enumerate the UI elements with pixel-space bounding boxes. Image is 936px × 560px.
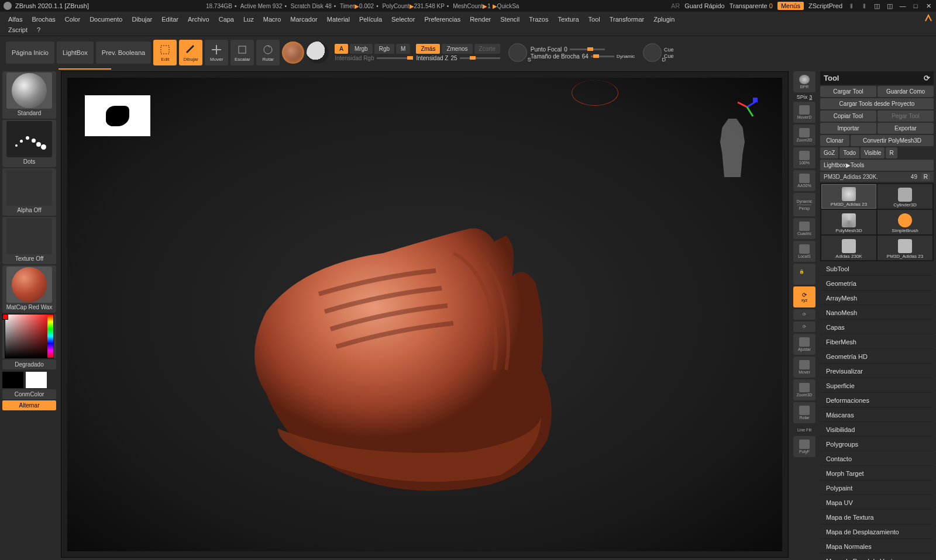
frame-button[interactable]: Ajustar xyxy=(793,334,815,355)
ui-layout1-icon[interactable]: ⦀ xyxy=(847,2,855,10)
refresh-icon[interactable]: ⟳ xyxy=(924,74,930,82)
rgb-mode[interactable]: Rgb xyxy=(374,44,394,54)
rollout-visibility[interactable]: Visibilidad xyxy=(820,423,934,437)
rollout-nanomesh[interactable]: NanoMesh xyxy=(820,306,934,320)
menu-luz[interactable]: Luz xyxy=(239,14,259,25)
zsub-mode[interactable]: Zmenos xyxy=(442,44,472,54)
sculptris-button[interactable] xyxy=(307,42,329,64)
rotate3d-button[interactable]: Rotar xyxy=(793,402,815,423)
gizmo-button[interactable] xyxy=(282,42,304,64)
menu-zplugin[interactable]: Zplugin xyxy=(649,14,679,25)
saveas-button[interactable]: Guardar Como xyxy=(878,86,934,97)
canvas[interactable] xyxy=(61,71,789,558)
rollout-deformation[interactable]: Deformaciones xyxy=(820,394,934,407)
swatch-black[interactable] xyxy=(2,372,23,388)
focal-knob[interactable]: S xyxy=(508,43,527,62)
ui-layout2-icon[interactable]: ⦀ xyxy=(860,2,868,10)
lightbox-button[interactable]: LightBox xyxy=(57,42,94,64)
goz-button[interactable]: GoZ xyxy=(820,147,838,158)
menu-selector[interactable]: Selector xyxy=(387,14,419,25)
close-icon[interactable]: ✕ xyxy=(924,2,932,10)
rollout-morphtarget[interactable]: Morph Target xyxy=(820,467,934,481)
swatch-white[interactable] xyxy=(26,372,47,388)
load-tool-button[interactable]: Cargar Tool xyxy=(820,86,876,97)
zoom2d-button[interactable]: Zoom2D xyxy=(793,125,815,146)
rollout-fibermesh[interactable]: FiberMesh xyxy=(820,336,934,349)
linefill-button[interactable]: Line Fill xyxy=(793,425,815,434)
focal-slider[interactable] xyxy=(570,49,605,50)
rotate-button[interactable]: Rotar xyxy=(256,40,280,65)
zoom3d-button[interactable]: Zoom3D xyxy=(793,379,815,400)
zadd-mode[interactable]: Zmás xyxy=(416,44,440,54)
texture-selector[interactable]: Texture Off xyxy=(2,217,56,264)
alternate-button[interactable]: Alternar xyxy=(2,400,56,410)
tool-item-4[interactable]: Adidas 230K xyxy=(821,236,876,260)
all-button[interactable]: Todo xyxy=(839,147,859,158)
move3d-button[interactable]: Mover xyxy=(793,357,815,378)
rollout-vectordispmap[interactable]: Mapa de Despl de Vector xyxy=(820,555,934,560)
mrgb-mode[interactable]: Mrgb xyxy=(350,44,373,54)
a-mode[interactable]: A xyxy=(335,44,348,54)
tool-r-button[interactable]: R xyxy=(921,173,930,181)
scale-button[interactable]: Escalar xyxy=(230,40,254,65)
rollout-preview[interactable]: Previsualizar xyxy=(820,365,934,378)
rollout-geometry[interactable]: Geometría xyxy=(820,277,934,291)
gradient-button[interactable]: Degradado xyxy=(2,359,56,369)
menu-tool[interactable]: Tool xyxy=(584,14,605,25)
menu-help[interactable]: ? xyxy=(32,25,45,35)
menu-macro[interactable]: Macro xyxy=(259,14,286,25)
ui-dock-icon[interactable]: ◫ xyxy=(873,2,881,10)
brushsize-slider[interactable] xyxy=(591,56,614,57)
menu-textura[interactable]: Textura xyxy=(553,14,583,25)
alpha-selector[interactable]: Alpha Off xyxy=(2,168,56,216)
tool-item-3[interactable]: SimpleBrush xyxy=(878,210,932,234)
copy-tool-button[interactable]: Copiar Tool xyxy=(820,110,876,122)
menu-preferencias[interactable]: Preferencias xyxy=(419,14,465,25)
move-button[interactable]: Mover xyxy=(205,40,228,65)
floor-button[interactable]: Cuadric xyxy=(793,218,815,239)
rollout-texturemap[interactable]: Mapa de Textura xyxy=(820,511,934,524)
polyframe-button[interactable]: PolyF xyxy=(793,436,815,457)
lock-button[interactable]: 🔒 xyxy=(793,264,815,285)
home-button[interactable]: Página Inicio xyxy=(6,42,54,64)
spix-control[interactable]: SPix3 xyxy=(797,94,813,100)
dynamic-label[interactable]: Dynamic xyxy=(617,54,635,59)
stroke-selector[interactable]: Dots xyxy=(2,120,56,167)
menu-transformar[interactable]: Transformar xyxy=(605,14,649,25)
local-button[interactable]: LocalS xyxy=(793,241,815,262)
menu-trazos[interactable]: Trazos xyxy=(524,14,553,25)
head-reference[interactable] xyxy=(712,119,753,177)
menu-render[interactable]: Render xyxy=(465,14,495,25)
r-button[interactable]: R xyxy=(886,147,897,158)
clone-button[interactable]: Clonar xyxy=(820,135,849,146)
switchcolor-button[interactable]: ConmColor xyxy=(2,389,56,399)
tool-item-0[interactable]: PM3D_Adidas 23 xyxy=(821,184,876,209)
rgb-intensity-slider[interactable] xyxy=(377,57,411,59)
rollout-polygroups[interactable]: Polygroups xyxy=(820,438,934,451)
lightbox-tools-button[interactable]: Lightbox▶Tools xyxy=(820,160,934,171)
zcut-mode[interactable]: Zcorte xyxy=(474,44,500,54)
rollout-subtool[interactable]: SubTool xyxy=(820,262,934,276)
rollout-arraymesh[interactable]: ArrayMesh xyxy=(820,292,934,305)
paste-tool-button[interactable]: Pegar Tool xyxy=(878,110,934,122)
mesh-object[interactable] xyxy=(231,206,570,499)
rollout-polypaint[interactable]: Polypaint xyxy=(820,482,934,495)
menu-material[interactable]: Material xyxy=(322,14,355,25)
menu-capa[interactable]: Capa xyxy=(214,14,239,25)
draw-button[interactable]: Dibujar xyxy=(179,40,202,65)
minimize-icon[interactable]: — xyxy=(899,2,907,10)
aahalf-button[interactable]: AA50% xyxy=(793,170,815,191)
ui-dock2-icon[interactable]: ◫ xyxy=(886,2,894,10)
prevbool-button[interactable]: Prev. Booleana xyxy=(96,42,151,64)
maximize-icon[interactable]: □ xyxy=(911,2,920,10)
import-button[interactable]: Importar xyxy=(820,123,876,134)
menu-dibujar[interactable]: Dibujar xyxy=(127,14,157,25)
scroll-doc-button[interactable]: MoverD xyxy=(793,102,815,123)
menu-color[interactable]: Color xyxy=(60,14,85,25)
m-mode[interactable]: M xyxy=(396,44,410,54)
edit-button[interactable]: Edit xyxy=(153,40,177,65)
menu-archivo[interactable]: Archivo xyxy=(183,14,214,25)
rollout-dispmap[interactable]: Mapa de Desplazamiento xyxy=(820,526,934,539)
rot-z-button[interactable]: ⟳ xyxy=(793,322,815,332)
export-button[interactable]: Exportar xyxy=(878,123,934,134)
